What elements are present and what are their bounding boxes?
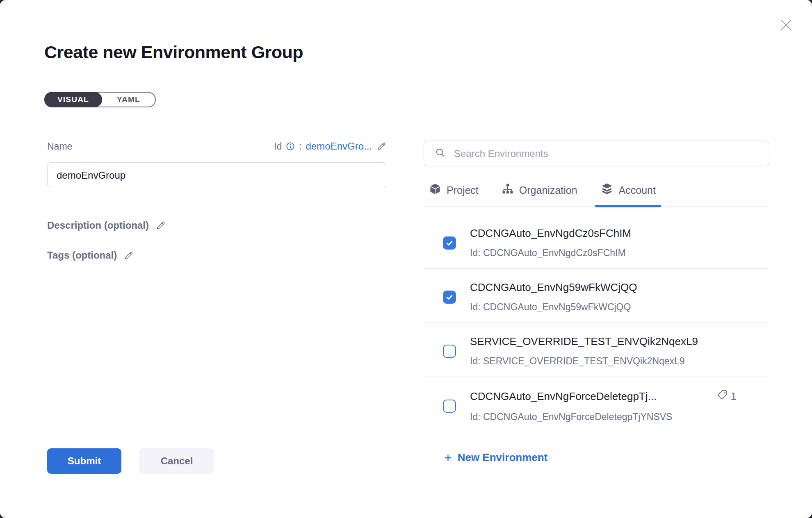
tab-account-label: Account xyxy=(619,184,656,196)
environment-name: CDCNGAuto_EnvNgForceDeletegpTj... xyxy=(470,390,657,402)
tab-project-label: Project xyxy=(447,184,479,196)
environment-id: Id: CDCNGAuto_EnvNg59wFkWCjQQ xyxy=(470,302,769,313)
name-label: Name xyxy=(47,141,72,152)
environment-checkbox[interactable] xyxy=(443,345,456,358)
description-label: Description (optional) xyxy=(47,220,149,231)
tab-project[interactable]: Project xyxy=(424,182,484,206)
tab-account[interactable]: Account xyxy=(595,182,661,206)
close-icon xyxy=(778,17,794,34)
cube-icon xyxy=(429,183,441,198)
tags-row: Tags (optional) xyxy=(47,250,386,261)
new-environment-button[interactable]: + New Environment xyxy=(444,451,547,464)
plus-icon: + xyxy=(444,452,452,463)
form-pane: Name Id : demoEnvGro... Description (opt… xyxy=(47,121,405,475)
id-value-link[interactable]: demoEnvGro... xyxy=(306,141,372,152)
description-row: Description (optional) xyxy=(47,220,386,231)
modal-body: Name Id : demoEnvGro... Description (opt… xyxy=(47,121,769,475)
create-environment-group-modal: Create new Environment Group VISUAL YAML… xyxy=(0,0,812,518)
environment-text: CDCNGAuto_EnvNgdCz0sFChIM Id: CDCNGAuto_… xyxy=(470,227,769,259)
name-input[interactable] xyxy=(47,162,386,188)
tag-icon xyxy=(717,389,728,403)
tags-label: Tags (optional) xyxy=(47,250,117,261)
environment-row[interactable]: CDCNGAuto_EnvNgdCz0sFChIM Id: CDCNGAuto_… xyxy=(424,211,769,269)
submit-button[interactable]: Submit xyxy=(47,448,121,474)
visual-yaml-toggle: VISUAL YAML xyxy=(44,92,156,107)
toggle-visual[interactable]: VISUAL xyxy=(44,92,102,107)
environment-name: SERVICE_OVERRIDE_TEST_ENVQik2NqexL9 xyxy=(470,335,698,348)
environment-row[interactable]: CDCNGAuto_EnvNg59wFkWCjQQ Id: CDCNGAuto_… xyxy=(424,269,769,323)
cancel-button[interactable]: Cancel xyxy=(139,448,214,474)
environment-text: CDCNGAuto_EnvNgForceDeletegpTj... 1 Id: … xyxy=(470,389,769,423)
close-button[interactable] xyxy=(778,17,795,34)
id-separator: : xyxy=(299,141,301,152)
environment-checkbox[interactable] xyxy=(443,236,456,250)
new-environment-label: New Environment xyxy=(458,451,548,464)
tab-organization-label: Organization xyxy=(519,184,577,196)
toggle-yaml[interactable]: YAML xyxy=(102,93,155,107)
name-id-row: Name Id : demoEnvGro... xyxy=(47,141,386,152)
edit-id-pencil-icon[interactable] xyxy=(376,141,386,152)
tag-count-badge: 1 xyxy=(709,389,737,403)
info-icon[interactable] xyxy=(286,142,295,151)
environment-checkbox[interactable] xyxy=(443,400,456,413)
environment-name: CDCNGAuto_EnvNgdCz0sFChIM xyxy=(470,227,631,239)
layers-icon xyxy=(600,182,614,198)
id-display: Id : demoEnvGro... xyxy=(274,141,386,152)
form-actions: Submit Cancel xyxy=(47,448,386,474)
environment-text: SERVICE_OVERRIDE_TEST_ENVQik2NqexL9 Id: … xyxy=(470,335,769,367)
org-chart-icon xyxy=(502,183,514,198)
search-environments-box xyxy=(424,141,769,166)
environment-name: CDCNGAuto_EnvNg59wFkWCjQQ xyxy=(470,281,637,293)
environment-text: CDCNGAuto_EnvNg59wFkWCjQQ Id: CDCNGAuto_… xyxy=(470,281,769,313)
search-environments-input[interactable] xyxy=(453,148,761,160)
environment-id: Id: SERVICE_OVERRIDE_TEST_ENVQik2NqexL9 xyxy=(470,356,769,367)
edit-tags-pencil-icon[interactable] xyxy=(123,250,134,261)
edit-description-pencil-icon[interactable] xyxy=(155,220,166,231)
tab-organization[interactable]: Organization xyxy=(496,182,583,206)
environment-id: Id: CDCNGAuto_EnvNgForceDeletegpTjYNSVS xyxy=(470,411,769,423)
environment-picker-pane: Project Organization Account xyxy=(405,121,769,475)
page-backdrop: { "colors": { "accent": "#2E6FD8", "chec… xyxy=(0,0,812,518)
tag-count: 1 xyxy=(731,390,737,403)
id-label: Id xyxy=(274,141,282,152)
scope-tabs: Project Organization Account xyxy=(424,182,769,207)
environment-row[interactable]: SERVICE_OVERRIDE_TEST_ENVQik2NqexL9 Id: … xyxy=(424,323,769,377)
page-title: Create new Environment Group xyxy=(44,41,812,63)
environment-list[interactable]: CDCNGAuto_EnvNgdCz0sFChIM Id: CDCNGAuto_… xyxy=(424,207,769,427)
environment-row[interactable]: CDCNGAuto_EnvNgForceDeletegpTj... 1 Id: … xyxy=(424,377,769,427)
environment-id: Id: CDCNGAuto_EnvNgdCz0sFChIM xyxy=(470,248,769,259)
search-icon xyxy=(435,147,446,160)
environment-checkbox[interactable] xyxy=(443,291,456,304)
